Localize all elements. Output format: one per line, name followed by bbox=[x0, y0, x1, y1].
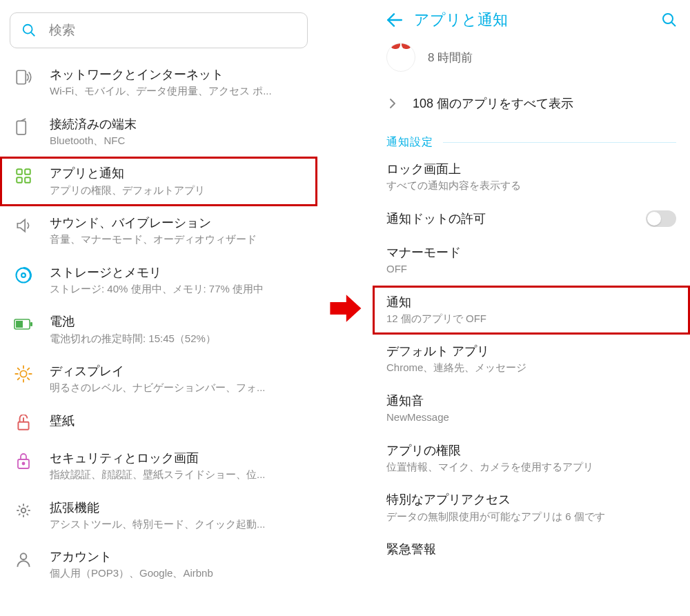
row-subtitle: 指紋認証、顔認証、壁紙スライドショー、位... bbox=[50, 467, 304, 483]
svg-rect-4 bbox=[17, 170, 22, 175]
row-subtitle: Chrome、連絡先、メッセージ bbox=[386, 360, 676, 376]
search-bar-container: 検索 bbox=[0, 0, 317, 55]
row-text: 電池電池切れの推定時間: 15:45（52%） bbox=[50, 313, 304, 346]
svg-marker-28 bbox=[330, 295, 361, 322]
row-title: 通知 bbox=[386, 294, 676, 311]
notification-settings-list: ロック画面上すべての通知内容を表示する通知ドットの許可マナーモードOFF通知12… bbox=[373, 152, 690, 566]
svg-point-25 bbox=[23, 462, 25, 464]
row-title: マナーモード bbox=[386, 244, 676, 261]
chevron-right-icon bbox=[386, 97, 399, 110]
row-subtitle: すべての通知内容を表示する bbox=[386, 178, 676, 194]
notification-setting-row[interactable]: マナーモードOFF bbox=[373, 236, 690, 286]
search-placeholder: 検索 bbox=[49, 21, 75, 39]
connected-icon bbox=[14, 117, 33, 137]
row-text: マナーモードOFF bbox=[386, 244, 676, 277]
row-title: 通知ドットの許可 bbox=[386, 210, 486, 228]
svg-point-26 bbox=[21, 508, 26, 513]
notification-setting-row[interactable]: 通知音NewMessage bbox=[373, 384, 690, 434]
row-title: アプリと通知 bbox=[50, 165, 304, 182]
page-title: アプリと通知 bbox=[414, 10, 650, 30]
settings-row-account[interactable]: アカウント個人用（POP3）、Google、Airbnb bbox=[0, 540, 317, 590]
svg-rect-3 bbox=[17, 121, 26, 135]
svg-point-0 bbox=[23, 25, 32, 34]
row-subtitle: 電池切れの推定時間: 15:45（52%） bbox=[50, 331, 304, 347]
account-icon bbox=[14, 550, 33, 569]
settings-row-network[interactable]: ネットワークとインターネットWi-Fi、モバイル、データ使用量、アクセス ポ..… bbox=[0, 58, 317, 108]
wallpaper-icon bbox=[14, 414, 33, 433]
recent-app-row[interactable]: 8 時間前 bbox=[373, 40, 690, 80]
notification-setting-row[interactable]: デフォルト アプリChrome、連絡先、メッセージ bbox=[373, 335, 690, 384]
app-icon bbox=[386, 43, 415, 72]
apps-icon bbox=[14, 166, 33, 186]
settings-row-wallpaper[interactable]: 壁紙 bbox=[0, 404, 317, 441]
settings-screen: 検索 ネットワークとインターネットWi-Fi、モバイル、データ使用量、アクセス … bbox=[0, 0, 317, 616]
notification-setting-row[interactable]: 通知12 個のアプリで OFF bbox=[373, 286, 690, 335]
row-title: 接続済みの端末 bbox=[50, 116, 304, 133]
search-bar[interactable]: 検索 bbox=[10, 12, 308, 48]
settings-row-battery[interactable]: 電池電池切れの推定時間: 15:45（52%） bbox=[0, 305, 317, 355]
row-text: 通知12 個のアプリで OFF bbox=[386, 294, 676, 327]
svg-line-18 bbox=[18, 368, 19, 370]
row-text: 特別なアプリアクセスデータの無制限使用が可能なアプリは 6 個です bbox=[386, 491, 676, 524]
arrow-right-icon bbox=[326, 290, 364, 327]
row-subtitle: Wi-Fi、モバイル、データ使用量、アクセス ポ... bbox=[50, 83, 304, 99]
settings-list: ネットワークとインターネットWi-Fi、モバイル、データ使用量、アクセス ポ..… bbox=[0, 55, 317, 593]
sound-icon bbox=[14, 216, 33, 235]
settings-row-extensions[interactable]: 拡張機能アシストツール、特別モード、クイック起動... bbox=[0, 491, 317, 541]
notification-setting-row[interactable]: 通知ドットの許可 bbox=[373, 202, 690, 236]
section-header: 通知設定 bbox=[373, 130, 690, 152]
extensions-icon bbox=[14, 501, 33, 520]
back-button[interactable] bbox=[385, 11, 403, 29]
row-subtitle: 音量、マナーモード、オーディオウィザード bbox=[50, 232, 304, 248]
settings-row-display[interactable]: ディスプレイ明るさのレベル、ナビゲーションバー、フォ... bbox=[0, 355, 317, 404]
notification-setting-row[interactable]: 緊急警報 bbox=[373, 533, 690, 566]
row-title: 通知音 bbox=[386, 393, 676, 410]
settings-row-apps[interactable]: アプリと通知アプリの権限、デフォルトアプリ bbox=[0, 157, 317, 206]
row-text: 接続済みの端末Bluetooth、NFC bbox=[50, 116, 304, 149]
settings-row-storage[interactable]: ストレージとメモリストレージ: 40% 使用中、メモリ: 77% 使用中 bbox=[0, 256, 317, 306]
battery-icon bbox=[14, 315, 33, 334]
row-title: セキュリティとロック画面 bbox=[50, 450, 304, 467]
svg-rect-22 bbox=[18, 422, 28, 430]
row-text: セキュリティとロック画面指紋認証、顔認証、壁紙スライドショー、位... bbox=[50, 450, 304, 483]
row-title: ネットワークとインターネット bbox=[50, 66, 304, 83]
row-title: アカウント bbox=[50, 548, 304, 566]
row-title: 壁紙 bbox=[50, 413, 304, 430]
row-title: デフォルト アプリ bbox=[386, 343, 676, 360]
row-text: デフォルト アプリChrome、連絡先、メッセージ bbox=[386, 343, 676, 376]
row-subtitle: 12 個のアプリで OFF bbox=[386, 311, 676, 327]
row-text: 緊急警報 bbox=[386, 541, 676, 558]
search-icon bbox=[21, 23, 37, 38]
notification-setting-row[interactable]: ロック画面上すべての通知内容を表示する bbox=[373, 152, 690, 202]
row-text: ネットワークとインターネットWi-Fi、モバイル、データ使用量、アクセス ポ..… bbox=[50, 66, 304, 99]
row-text: 壁紙 bbox=[50, 413, 304, 430]
recent-time: 8 時間前 bbox=[428, 50, 473, 66]
row-text: 通知音NewMessage bbox=[386, 393, 676, 426]
row-text: アカウント個人用（POP3）、Google、Airbnb bbox=[50, 548, 304, 582]
row-title: サウンド、バイブレーション bbox=[50, 215, 304, 232]
row-title: 緊急警報 bbox=[386, 541, 676, 558]
svg-point-30 bbox=[663, 14, 673, 23]
row-subtitle: OFF bbox=[386, 261, 676, 277]
search-button[interactable] bbox=[661, 12, 678, 28]
row-text: ストレージとメモリストレージ: 40% 使用中、メモリ: 77% 使用中 bbox=[50, 264, 304, 297]
row-text: アプリの権限位置情報、マイク、カメラを使用するアプリ bbox=[386, 442, 676, 475]
row-subtitle: Bluetooth、NFC bbox=[50, 133, 304, 149]
notification-setting-row[interactable]: アプリの権限位置情報、マイク、カメラを使用するアプリ bbox=[373, 434, 690, 484]
settings-row-sound[interactable]: サウンド、バイブレーション音量、マナーモード、オーディオウィザード bbox=[0, 206, 317, 256]
svg-rect-12 bbox=[16, 321, 23, 328]
row-subtitle: ストレージ: 40% 使用中、メモリ: 77% 使用中 bbox=[50, 281, 304, 297]
row-text: アプリと通知アプリの権限、デフォルトアプリ bbox=[50, 165, 304, 198]
show-all-apps[interactable]: 108 個のアプリをすべて表示 bbox=[373, 80, 690, 130]
svg-point-27 bbox=[21, 554, 27, 560]
row-text: 通知ドットの許可 bbox=[386, 210, 486, 228]
svg-rect-7 bbox=[25, 178, 30, 183]
toggle-switch[interactable] bbox=[646, 210, 676, 227]
row-subtitle: アプリの権限、デフォルトアプリ bbox=[50, 183, 304, 199]
settings-row-connected[interactable]: 接続済みの端末Bluetooth、NFC bbox=[0, 108, 317, 157]
section-label: 通知設定 bbox=[386, 135, 433, 150]
security-icon bbox=[14, 451, 33, 470]
notification-setting-row[interactable]: 特別なアプリアクセスデータの無制限使用が可能なアプリは 6 個です bbox=[373, 483, 690, 533]
row-title: ロック画面上 bbox=[386, 161, 676, 178]
settings-row-security[interactable]: セキュリティとロック画面指紋認証、顔認証、壁紙スライドショー、位... bbox=[0, 441, 317, 491]
